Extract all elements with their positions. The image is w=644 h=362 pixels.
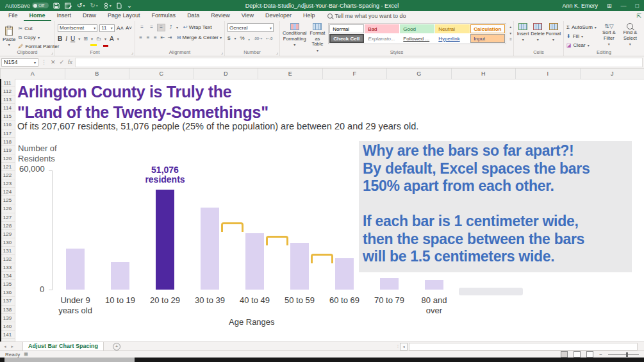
row-header-131[interactable]: 131 <box>0 247 15 255</box>
column-header-D[interactable]: D <box>194 69 259 79</box>
column-header-E[interactable]: E <box>258 69 323 79</box>
format-cells-button[interactable]: Format▾ <box>546 23 561 42</box>
row-header-115[interactable]: 115 <box>0 112 15 120</box>
decrease-indent-icon[interactable]: ⇤ <box>160 34 165 42</box>
percent-style-icon[interactable]: % <box>240 35 244 41</box>
sheet-nav-left-icon[interactable]: ◂ <box>4 344 12 349</box>
row-header-116[interactable]: 116 <box>0 120 15 129</box>
row-header-119[interactable]: 119 <box>0 146 15 154</box>
confirm-entry-icon[interactable]: ✓ <box>60 59 65 65</box>
restore-icon[interactable]: □ <box>636 3 639 9</box>
alignment-dialog-launcher-icon[interactable]: ⌟ <box>221 50 223 55</box>
copy-button[interactable]: ⧉Copy▾ <box>18 33 59 42</box>
row-header-111[interactable]: 111 <box>0 79 15 87</box>
row-header-124[interactable]: 124 <box>0 188 15 196</box>
bar-under-9-years-old[interactable] <box>66 249 85 290</box>
row-header-140[interactable]: 140 <box>0 322 15 331</box>
row-header-117[interactable]: 117 <box>0 129 15 138</box>
align-center-icon[interactable]: ≡ <box>145 34 151 42</box>
row-header-138[interactable]: 138 <box>0 306 15 314</box>
bold-button[interactable]: B <box>58 35 62 42</box>
cell-style-check[interactable]: Check Cell <box>329 34 364 43</box>
touch-mode-icon[interactable]: ▾ <box>103 3 111 9</box>
borders-icon[interactable]: ⊞ <box>83 36 88 42</box>
ribbon-display-options-icon[interactable]: ⊞ <box>607 3 612 9</box>
row-header-134[interactable]: 134 <box>0 272 15 280</box>
column-header-H[interactable]: H <box>452 69 516 79</box>
number-format-select[interactable]: General▾ <box>227 23 274 32</box>
row-header-120[interactable]: 120 <box>0 154 15 163</box>
align-right-icon[interactable]: ≡ <box>153 34 158 42</box>
column-header-B[interactable]: B <box>65 69 130 79</box>
undo-icon[interactable]: ↺▾ <box>77 2 85 9</box>
zoom-out-button[interactable]: − <box>599 352 602 358</box>
font-family-select[interactable]: Montserrat▾ <box>58 24 97 32</box>
row-header-125[interactable]: 125 <box>0 196 15 204</box>
row-header-141[interactable]: 141 <box>0 331 15 339</box>
row-header-121[interactable]: 121 <box>0 163 15 171</box>
orientation-icon[interactable]: ⤴ <box>167 24 175 31</box>
row-header-129[interactable]: 129 <box>0 230 15 238</box>
qat-overflow-icon[interactable]: ⌄ <box>127 2 132 9</box>
tab-page-layout[interactable]: Page Layout <box>102 11 146 21</box>
undo-dropdown-icon[interactable]: ▾ <box>83 3 85 8</box>
row-header-137[interactable]: 137 <box>0 297 15 305</box>
gallery-down-icon[interactable]: ▾ <box>509 31 512 35</box>
page-layout-view-icon[interactable] <box>574 351 581 358</box>
row-header-128[interactable]: 128 <box>0 222 15 230</box>
new-sheet-button[interactable]: + <box>113 343 120 350</box>
clear-button[interactable]: ◪Clear▾ <box>566 41 597 49</box>
tab-draw[interactable]: Draw <box>77 11 102 21</box>
sheet-nav-right-icon[interactable]: ▸ <box>12 344 19 349</box>
sort-filter-button[interactable]: ⇅▽ Sort & Filter▾ <box>600 23 618 49</box>
save-icon[interactable] <box>53 3 60 9</box>
macro-record-icon[interactable]: ▦ <box>24 352 28 357</box>
cell-style-input[interactable]: Input <box>470 34 505 43</box>
cell-style-good[interactable]: Good <box>400 24 434 33</box>
tab-file[interactable]: File <box>3 11 24 21</box>
insert-cells-button[interactable]: Insert▾ <box>516 23 529 42</box>
row-header-139[interactable]: 139 <box>0 314 15 322</box>
zoom-slider-thumb[interactable] <box>626 352 628 357</box>
cell-style-explanatory[interactable]: Explanato... <box>365 34 399 43</box>
select-all-corner[interactable] <box>0 69 1 79</box>
autosave-toggle[interactable]: AutoSave Off <box>5 3 49 9</box>
bar-30-to-39[interactable] <box>201 208 219 290</box>
top-align-icon[interactable]: ≡ <box>138 24 146 31</box>
column-header-F[interactable]: F <box>323 69 388 79</box>
format-as-table-button[interactable]: Format as Table▾ <box>310 23 326 53</box>
row-header-114[interactable]: 114 <box>0 104 15 112</box>
normal-view-icon[interactable] <box>561 351 568 358</box>
column-header-A[interactable]: A <box>1 69 65 79</box>
grow-font-icon[interactable]: A˄ <box>117 25 124 31</box>
cell-style-normal[interactable]: Normal <box>329 24 364 33</box>
row-header-122[interactable]: 122 <box>0 171 15 179</box>
shrink-font-icon[interactable]: A˅ <box>126 25 132 31</box>
column-header-J[interactable]: J <box>581 69 644 79</box>
accounting-format-icon[interactable]: $ <box>227 35 230 41</box>
conditional-formatting-button[interactable]: Conditional Formatting▾ <box>283 23 307 47</box>
tab-help[interactable]: Help <box>297 11 321 21</box>
autosum-button[interactable]: ΣAutoSum▾ <box>566 23 597 31</box>
hscroll-left-icon[interactable]: ◂ <box>400 343 408 350</box>
page-break-view-icon[interactable] <box>586 351 593 358</box>
cancel-entry-icon[interactable]: ✕ <box>51 59 56 65</box>
bar-50-to-59[interactable] <box>290 243 309 290</box>
tab-review[interactable]: Review <box>205 11 236 21</box>
cell-style-neutral[interactable]: Neutral <box>435 24 470 33</box>
comma-style-icon[interactable]: , <box>249 35 250 41</box>
underline-button[interactable]: U <box>70 35 75 42</box>
fill-color-icon[interactable]: 🗀 <box>96 36 101 42</box>
cell-style-calculation[interactable]: Calculation <box>470 24 505 33</box>
account-user-name[interactable]: Ann K. Emery <box>562 3 598 9</box>
tab-home[interactable]: Home <box>24 11 51 21</box>
cell-style-bad[interactable]: Bad <box>365 24 399 33</box>
tab-formulas[interactable]: Formulas <box>146 11 182 21</box>
spreadsheet-edit-icon[interactable] <box>65 3 72 9</box>
font-dialog-launcher-icon[interactable]: ⌟ <box>131 50 133 55</box>
column-header-C[interactable]: C <box>129 69 194 79</box>
touch-mode-dropdown-icon[interactable]: ▾ <box>110 3 111 8</box>
tab-view[interactable]: View <box>236 11 260 21</box>
italic-button[interactable]: I <box>65 35 67 42</box>
middle-align-icon[interactable]: ≡ <box>147 24 156 31</box>
